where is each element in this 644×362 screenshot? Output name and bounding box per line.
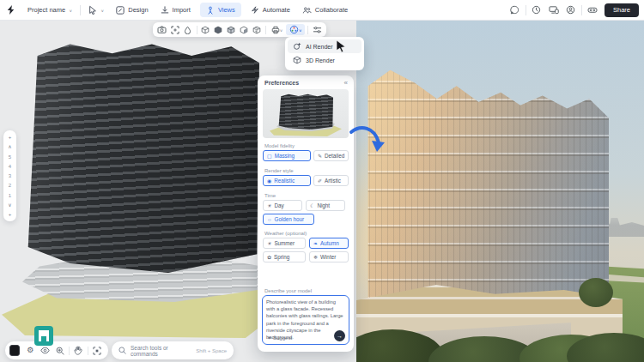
ai-render-icon [293, 42, 301, 51]
menu-views-active[interactable]: Views [200, 3, 241, 17]
sliders-icon [313, 26, 322, 34]
storey-level-3[interactable]: 3 [9, 172, 11, 180]
option-realistic[interactable]: ◉ Realistic [263, 175, 311, 186]
bottom-toolbar: ⚙ [5, 341, 108, 359]
model-thumbnail [263, 89, 349, 138]
ai-render-preferences-panel: Preferences « Model fidelity ▢ Massing ✎… [258, 75, 354, 352]
leaf-icon: ❧ [313, 241, 318, 246]
option-summer-label: Summer [274, 240, 295, 246]
ai-render-preview [356, 21, 644, 362]
option-winter[interactable]: ❄ Winter [309, 251, 349, 262]
snap-logo-badge [34, 326, 53, 346]
collapse-panel-icon[interactable]: « [344, 79, 348, 87]
import-download-icon [161, 6, 169, 15]
menu-import[interactable]: Import [155, 0, 197, 21]
screenshot-frame-button[interactable] [169, 24, 181, 35]
option-autumn-label: Autumn [320, 240, 339, 246]
option-summer[interactable]: ☀ Summer [263, 238, 306, 249]
view-settings-button[interactable] [311, 24, 323, 35]
app-window: Project name ∨ ∨ Design Import Views Aut… [0, 0, 644, 362]
chevron-down-icon: ∨ [299, 27, 302, 32]
zoom-button[interactable] [53, 343, 66, 358]
devices-button[interactable] [545, 0, 562, 21]
generate-render-button[interactable]: → [334, 330, 345, 341]
option-night[interactable]: ☾ Night [306, 200, 345, 211]
views-toolbar: ∨ ∨ [153, 22, 326, 37]
thumbnail-building [278, 94, 333, 130]
render-menu-button-active[interactable]: ∨ [286, 24, 305, 35]
option-detailed[interactable]: ✎ Detailed [313, 150, 349, 161]
view-mode-textured-button[interactable] [251, 24, 263, 35]
guide-arrow [347, 122, 388, 158]
describe-model-input[interactable]: Photorealistic view of a building with a… [262, 295, 349, 345]
add-storey-above-button[interactable]: + [9, 133, 12, 142]
snap-settings-button[interactable]: ⚙ [24, 343, 37, 358]
golden-hour-sun-icon: ☼ [267, 217, 272, 222]
export-print-menu[interactable]: ∨ [269, 24, 286, 35]
storey-up-button[interactable]: ∧ [8, 142, 11, 151]
camera-view-button[interactable] [156, 24, 168, 35]
option-golden-hour[interactable]: ☼ Golden hour [263, 214, 314, 225]
project-name-menu[interactable]: Project name ∨ [21, 0, 78, 21]
storey-level-1[interactable]: 1 [9, 191, 11, 200]
option-day-label: Day [274, 202, 283, 208]
capture-frame-icon [171, 26, 179, 34]
collaborate-people-icon [302, 6, 312, 15]
3d-render-label: 3D Render [306, 57, 335, 63]
suggest-button[interactable]: ✦ Suggest [267, 335, 292, 341]
menu-design-label: Design [128, 6, 148, 14]
share-button[interactable]: Share [605, 3, 639, 17]
cube-wireframe-icon [201, 26, 210, 34]
view-mode-shaded-button[interactable] [225, 24, 237, 35]
view-mode-wireframe-button[interactable] [200, 24, 212, 35]
magnifier-plus-icon [56, 347, 64, 355]
menu-item-ai-render[interactable]: AI Render [288, 39, 361, 53]
eye-icon [40, 347, 50, 354]
3d-render-cube-icon [293, 56, 301, 64]
chevron-down-icon: ∨ [100, 8, 104, 12]
sparkle-icon: ✦ [267, 335, 271, 341]
pan-button[interactable] [72, 343, 85, 358]
vr-headset-icon [587, 6, 598, 15]
divider [526, 5, 526, 15]
option-massing[interactable]: ▢ Massing [263, 150, 311, 161]
comments-button[interactable] [507, 0, 524, 21]
select-tool-menu[interactable]: ∨ [82, 0, 110, 21]
menu-design[interactable]: Design [110, 0, 154, 21]
mouse-cursor [336, 40, 346, 52]
view-mode-solid-button[interactable] [212, 24, 224, 35]
hand-pan-icon [74, 346, 82, 355]
material-color-swatch[interactable] [9, 345, 20, 356]
describe-model-label: Describe your model [264, 288, 312, 293]
history-button[interactable] [528, 0, 545, 21]
ai-render-label: AI Render [306, 44, 333, 50]
app-logo[interactable] [0, 0, 21, 21]
option-autumn[interactable]: ❧ Autumn [309, 238, 349, 249]
option-day[interactable]: ☀ Day [263, 200, 302, 211]
model-building-mass [26, 39, 259, 273]
cube-solid-icon [214, 26, 222, 34]
option-artistic[interactable]: ✐ Artistic [313, 175, 349, 186]
menu-collaborate[interactable]: Collaborate [296, 0, 354, 21]
account-button[interactable] [562, 0, 580, 21]
shadows-button[interactable] [182, 24, 194, 35]
render-dropdown-menu: AI Render 3D Render [285, 37, 364, 70]
command-search-bar[interactable]: Search tools or commands Shift + Space [112, 341, 234, 359]
top-menu-bar: Project name ∨ ∨ Design Import Views Aut… [0, 0, 644, 21]
cube-shaded-icon [227, 26, 235, 34]
vr-view-button[interactable] [584, 0, 601, 21]
divider [88, 347, 88, 355]
option-night-label: Night [317, 202, 330, 208]
add-storey-below-button[interactable]: + [9, 210, 12, 219]
chevron-down-icon: ∨ [280, 27, 283, 32]
suggest-label: Suggest [273, 335, 292, 341]
view-mode-monochrome-button[interactable] [238, 24, 250, 35]
storey-down-button[interactable]: ∨ [8, 201, 11, 209]
menu-item-3d-render[interactable]: 3D Render [288, 53, 361, 67]
menu-automate[interactable]: Automate [245, 0, 296, 21]
storey-level-2[interactable]: 2 [9, 181, 11, 190]
storey-level-4[interactable]: 4 [9, 162, 11, 171]
option-spring[interactable]: ✿ Spring [263, 251, 306, 262]
zoom-fit-button[interactable] [91, 343, 104, 358]
storey-level-5[interactable]: 5 [9, 153, 11, 161]
